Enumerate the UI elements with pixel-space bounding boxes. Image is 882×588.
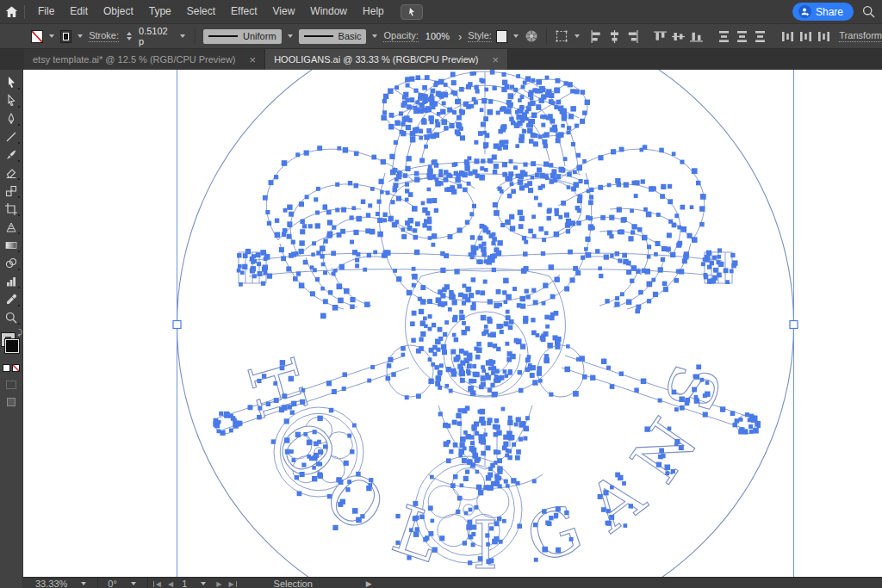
current-tool-label: Selection — [274, 579, 313, 588]
fill-stroke-indicator[interactable]: ⤸ — [1, 333, 22, 359]
selection-tool[interactable] — [1, 73, 22, 91]
chevron-down-icon[interactable] — [49, 34, 54, 38]
menu-effect[interactable]: Effect — [223, 0, 264, 23]
close-tab-icon[interactable]: × — [250, 53, 257, 66]
tab-label: etsy template.ai* @ 12.5 % (RGB/CPU Prev… — [33, 54, 236, 65]
opacity-value[interactable]: 100% — [423, 29, 452, 43]
fill-indicator[interactable] — [5, 339, 19, 353]
vertical-align-center-icon[interactable] — [671, 29, 686, 44]
home-icon[interactable] — [0, 6, 22, 18]
eyedropper-tool[interactable] — [1, 290, 22, 308]
horizontal-distribute-left-icon[interactable] — [780, 29, 795, 44]
tab-etsy-template[interactable]: etsy template.ai* @ 12.5 % (RGB/CPU Prev… — [24, 49, 265, 70]
separator — [97, 578, 98, 588]
stroke-panel-link[interactable]: Stroke: — [89, 30, 119, 42]
share-button[interactable]: Share — [792, 3, 854, 21]
search-icon[interactable] — [862, 5, 875, 18]
chevron-down-icon[interactable] — [180, 34, 185, 38]
touch-workspace-icon[interactable] — [401, 4, 423, 20]
stroke-weight-value[interactable]: 0.5102 p — [136, 24, 174, 48]
artboard-number-select[interactable]: 1 — [177, 579, 213, 588]
next-artboard-icon[interactable]: ▶ — [213, 580, 225, 588]
horizontal-align-center-icon[interactable] — [607, 29, 622, 44]
menu-view[interactable]: View — [265, 0, 303, 23]
brush-label: Basic — [339, 31, 362, 41]
last-artboard-icon[interactable]: ▶ — [225, 580, 237, 588]
menu-type[interactable]: Type — [141, 0, 179, 23]
opacity-panel-link[interactable]: Opacity: — [383, 30, 418, 42]
shape-builder-tool[interactable] — [1, 254, 22, 272]
chevron-down-icon[interactable] — [372, 34, 377, 38]
tab-label: HOOLIGANS.ai @ 33.33 % (RGB/CPU Preview) — [274, 54, 478, 65]
invite-user-icon — [798, 5, 811, 18]
vertical-distribute-center-icon[interactable] — [735, 29, 749, 44]
bbox-right-handle[interactable] — [790, 321, 798, 329]
first-artboard-icon[interactable]: ◀ — [152, 580, 165, 588]
select-similar-icon[interactable] — [555, 29, 568, 43]
menubar: FileEditObjectTypeSelectEffectViewWindow… — [0, 0, 882, 23]
menu-file[interactable]: File — [30, 0, 62, 23]
variable-width-profile-select[interactable]: Uniform — [203, 29, 282, 44]
vertical-align-bottom-icon[interactable] — [689, 29, 704, 44]
swap-fill-stroke-icon[interactable]: ⤸ — [18, 328, 22, 337]
bbox-left-handle[interactable] — [173, 321, 181, 329]
eraser-tool[interactable] — [1, 164, 22, 182]
chevron-down-icon[interactable] — [575, 34, 580, 38]
status-bar: 33.33% 0° ◀ ◀ 1 ▶ ▶ Selection ▶ — [23, 577, 882, 588]
screen-mode-icon[interactable] — [7, 398, 16, 406]
horizontal-align-left-icon[interactable] — [589, 29, 604, 44]
zoom-level-select[interactable]: 33.33% — [30, 579, 93, 588]
vertical-distribute-top-icon[interactable] — [717, 29, 731, 44]
menubar-separator — [24, 5, 25, 19]
menu-select[interactable]: Select — [179, 0, 223, 23]
brush-definition-select[interactable]: Basic — [299, 29, 367, 44]
menu-help[interactable]: Help — [355, 0, 392, 23]
horizontal-align-right-icon[interactable] — [625, 29, 640, 44]
column-graph-tool[interactable] — [1, 272, 22, 290]
rotation-value: 0° — [108, 579, 117, 588]
style-panel-link[interactable]: Style: — [468, 30, 492, 42]
document-tabbar: etsy template.ai* @ 12.5 % (RGB/CPU Prev… — [0, 49, 882, 70]
pen-tool[interactable] — [1, 109, 22, 127]
zoom-level-value: 33.33% — [35, 579, 67, 588]
chevron-down-icon[interactable] — [288, 34, 293, 38]
menu-object[interactable]: Object — [96, 0, 141, 23]
stroke-color-swatch[interactable] — [60, 30, 72, 43]
color-wheel-icon[interactable] — [525, 29, 538, 43]
drawing-mode-icon[interactable] — [6, 381, 16, 389]
status-expand-icon[interactable]: ▶ — [366, 579, 372, 588]
illustrator-window: FileEditObjectTypeSelectEffectViewWindow… — [0, 0, 882, 588]
arc-letter: H — [232, 350, 321, 425]
rotation-select[interactable]: 0° — [102, 579, 143, 588]
vertical-align-top-icon[interactable] — [653, 29, 668, 44]
tab-hooligans[interactable]: HOOLIGANS.ai @ 33.33 % (RGB/CPU Preview)… — [265, 49, 508, 70]
menu-items: FileEditObjectTypeSelectEffectViewWindow… — [30, 0, 392, 23]
canvas[interactable]: HOOLIGANS — [23, 70, 882, 577]
chevron-right-icon[interactable]: › — [458, 30, 462, 43]
line-segment-tool[interactable] — [1, 127, 22, 145]
style-swatch[interactable] — [496, 30, 508, 43]
transform-panel-link[interactable]: Transform — [839, 30, 882, 42]
vertical-distribute-bottom-icon[interactable] — [753, 29, 767, 44]
paintbrush-tool[interactable] — [1, 145, 22, 164]
scale-tool[interactable] — [1, 182, 22, 200]
horizontal-distribute-right-icon[interactable] — [817, 29, 831, 44]
color-button[interactable] — [3, 364, 10, 372]
menu-edit[interactable]: Edit — [62, 0, 96, 23]
none-button[interactable] — [12, 364, 20, 372]
chevron-down-icon[interactable] — [513, 34, 519, 38]
gradient-tool[interactable] — [1, 236, 22, 254]
artboard-svg[interactable]: HOOLIGANS — [23, 70, 882, 577]
zoom-tool[interactable] — [1, 308, 22, 326]
perspective-grid-tool[interactable] — [1, 218, 22, 236]
menu-window[interactable]: Window — [302, 0, 355, 23]
direct-selection-tool[interactable] — [1, 91, 22, 109]
chevron-down-icon[interactable] — [78, 34, 83, 38]
fill-color-swatch[interactable] — [31, 30, 43, 43]
document-column: HOOLIGANS 33.33% 0° ◀ ◀ 1 ▶ ▶ Selecti — [23, 70, 882, 588]
previous-artboard-icon[interactable]: ◀ — [165, 580, 177, 588]
stroke-weight-stepper[interactable] — [127, 32, 132, 40]
artboard-tool[interactable] — [1, 200, 22, 218]
close-tab-icon[interactable]: × — [492, 53, 499, 66]
horizontal-distribute-center-icon[interactable] — [798, 29, 813, 44]
